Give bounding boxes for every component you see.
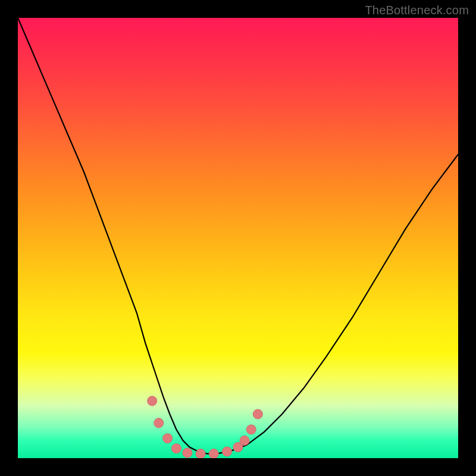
- curve-marker-11: [253, 409, 262, 419]
- chart-svg-layer: [18, 18, 458, 458]
- curve-marker-0: [148, 396, 157, 406]
- watermark-text: TheBottleneck.com: [365, 4, 469, 17]
- curve-marker-7: [223, 447, 232, 456]
- curve-markers: [148, 396, 263, 458]
- curve-marker-6: [209, 449, 218, 458]
- curve-marker-1: [154, 418, 164, 428]
- curve-marker-9: [240, 436, 249, 445]
- chart-frame: TheBottleneck.com: [0, 0, 476, 476]
- curve-marker-4: [183, 448, 192, 458]
- bottleneck-curve: [18, 18, 458, 454]
- curve-marker-3: [171, 444, 181, 453]
- curve-marker-5: [196, 449, 205, 458]
- curve-marker-10: [246, 425, 256, 434]
- curve-marker-2: [163, 434, 173, 443]
